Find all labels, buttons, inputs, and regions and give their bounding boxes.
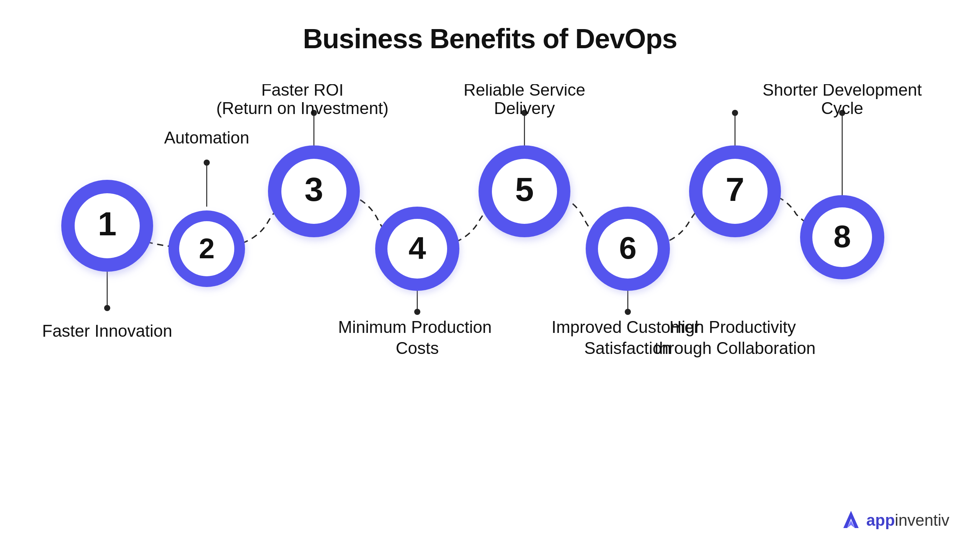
dot-4 bbox=[414, 309, 420, 315]
diagram-area: 1 Faster Innovation 2 Automation 3 Faste… bbox=[0, 84, 980, 448]
node-label-2: Automation bbox=[164, 128, 250, 147]
dot-7 bbox=[732, 110, 738, 116]
logo-prefix: app bbox=[866, 511, 895, 529]
node-label-5b: Delivery bbox=[494, 99, 555, 117]
node-number-7: 7 bbox=[726, 170, 745, 208]
svg-marker-0 bbox=[843, 511, 859, 528]
dot-2 bbox=[204, 160, 210, 166]
node-number-8: 8 bbox=[833, 219, 851, 254]
node-label-8c: Cycle bbox=[821, 99, 863, 117]
dot-6 bbox=[625, 309, 631, 315]
node-label-8b: Shorter Development bbox=[763, 84, 922, 99]
node-label-7: High Productivity through Collaboration bbox=[655, 318, 816, 357]
logo-area: appinventiv bbox=[840, 509, 949, 532]
logo-suffix: inventiv bbox=[895, 511, 949, 529]
page-title: Business Benefits of DevOps bbox=[0, 0, 980, 54]
node-number-6: 6 bbox=[619, 230, 637, 265]
logo-icon bbox=[840, 509, 862, 532]
node-number-2: 2 bbox=[199, 233, 214, 264]
node-number-1: 1 bbox=[98, 205, 117, 243]
node-number-3: 3 bbox=[305, 170, 323, 208]
node-number-5: 5 bbox=[515, 170, 534, 208]
dot-1 bbox=[104, 305, 110, 311]
node-number-4: 4 bbox=[408, 230, 426, 265]
node-label-3: Faster ROI bbox=[261, 84, 343, 99]
node-label-1: Faster Innovation bbox=[42, 321, 172, 340]
logo-text: appinventiv bbox=[866, 511, 949, 530]
node-label-5: Reliable Service bbox=[464, 84, 585, 99]
node-label-3b: (Return on Investment) bbox=[216, 99, 389, 117]
node-label-4: Minimum Production Costs bbox=[338, 318, 496, 357]
